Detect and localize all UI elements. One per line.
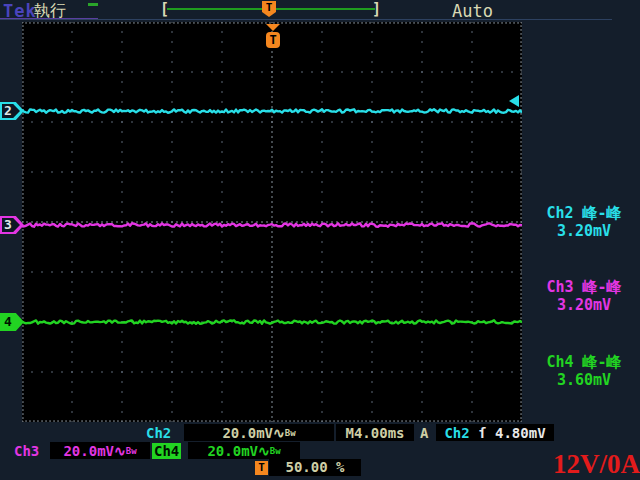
acquisition-indicator	[88, 3, 98, 6]
oscilloscope-screen: { "header": { "brand": "Tek", "run_statu…	[0, 0, 640, 480]
ch4-scale-value: 20.0mV	[207, 443, 258, 459]
measurement-ch4-value: 3.60mV	[528, 371, 640, 389]
trigger-position-t-icon: T	[255, 461, 268, 475]
ch2-label: Ch2	[146, 424, 171, 442]
ch2-coupling-icon: ∿	[273, 425, 285, 441]
ch3-label: Ch3	[14, 442, 39, 460]
measurement-ch2-value: 3.20mV	[528, 222, 640, 240]
trigger-source-label: Ch2	[444, 425, 469, 441]
ch4-scale-readout: 20.0mV∿Bw	[188, 442, 300, 459]
trigger-position-readout: 50.00 %	[269, 459, 361, 476]
waveform-display: T	[22, 22, 522, 422]
trigger-level-value: 4.80mV	[495, 425, 546, 441]
channel-4-marker-label: 4	[0, 313, 16, 331]
topbar-separator	[0, 19, 612, 20]
trigger-readout: Ch2 ſ 4.80mV	[436, 424, 554, 441]
acq-bracket-right: ]	[372, 0, 381, 18]
channel-3-marker-label: 3	[0, 216, 16, 234]
trigger-mode-label: Auto	[452, 1, 493, 21]
readout-row-1: Ch2 20.0mV∿Bw M4.00ms A Ch2 ſ 4.80mV	[0, 424, 640, 442]
supply-overlay-label: 12V/0A	[546, 451, 640, 478]
ch3-scale-value: 20.0mV	[63, 443, 114, 459]
measurement-ch3-title: Ch3 峰-峰	[528, 278, 640, 296]
measurement-ch2-pkpk: Ch2 峰-峰 3.20mV	[528, 204, 640, 240]
ch2-scale-value: 20.0mV	[222, 425, 273, 441]
measurement-ch2-title: Ch2 峰-峰	[528, 204, 640, 222]
timebase-readout: M4.00ms	[336, 424, 414, 441]
trigger-prefix: A	[420, 424, 428, 442]
ch3-bandwidth-icon: Bw	[126, 446, 137, 456]
trigger-position-flag-icon: T	[262, 1, 276, 17]
measurement-ch4-title: Ch4 峰-峰	[528, 353, 640, 371]
ch4-label-chip: Ch4	[152, 443, 181, 459]
trigger-position-marker: T	[265, 24, 281, 50]
trigger-arrow-down-icon	[266, 24, 280, 31]
ch4-bandwidth-icon: Bw	[270, 446, 281, 456]
ch3-coupling-icon: ∿	[114, 443, 126, 459]
channel-3-marker: 3	[0, 216, 24, 234]
readout-row-2: Ch3 20.0mV∿Bw Ch4 20.0mV∿Bw	[0, 442, 640, 460]
trigger-t-badge: T	[266, 32, 280, 48]
rising-edge-icon: ſ	[478, 425, 486, 441]
ch2-bandwidth-icon: Bw	[285, 428, 296, 438]
measurement-ch3-value: 3.20mV	[528, 296, 640, 314]
trigger-level-arrow-icon	[509, 95, 519, 107]
ch2-scale-readout: 20.0mV∿Bw	[184, 424, 334, 441]
channel-4-marker: 4	[0, 313, 24, 331]
measurement-ch4-pkpk: Ch4 峰-峰 3.60mV	[528, 353, 640, 389]
ch4-coupling-icon: ∿	[258, 443, 270, 459]
channel-2-marker-label: 2	[0, 102, 16, 120]
grid-and-traces	[22, 22, 522, 422]
channel-2-marker: 2	[0, 102, 24, 120]
ch3-scale-readout: 20.0mV∿Bw	[50, 442, 150, 459]
measurement-ch3-pkpk: Ch3 峰-峰 3.20mV	[528, 278, 640, 314]
